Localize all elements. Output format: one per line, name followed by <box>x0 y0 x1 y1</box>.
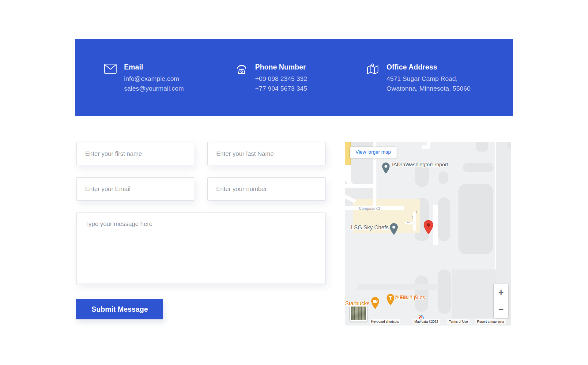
map-building <box>438 269 451 314</box>
email-input[interactable] <box>76 177 194 201</box>
street-label-compass-ct: Compass Ct <box>359 206 380 211</box>
arrow-left-icon: ← <box>406 219 411 224</box>
satellite-view-toggle[interactable] <box>350 305 367 322</box>
report-map-error-link[interactable]: Report a map error <box>476 319 506 324</box>
arrow-up-icon: ↑ <box>411 214 414 219</box>
phone-icon <box>236 63 248 77</box>
map-building <box>415 276 428 312</box>
email-line-2: sales@yourmail.com <box>124 84 184 93</box>
zoom-in-button[interactable]: + <box>494 284 508 301</box>
view-larger-map-button[interactable]: View larger map <box>350 147 397 158</box>
number-input[interactable] <box>207 177 326 201</box>
address-line-2: Owatonna, Minnesota, 55060 <box>386 84 470 93</box>
map-block <box>357 284 437 290</box>
submit-message-button[interactable]: Submit Message <box>76 299 163 319</box>
envelope-icon <box>104 63 117 76</box>
last-name-input[interactable] <box>207 142 326 165</box>
google-map-canvas[interactable]: → ↑ ↑ ← Compass Ct Signature Flight Supp… <box>345 142 511 325</box>
map-data-link[interactable]: Map data ©2022 <box>413 319 440 324</box>
map-building <box>463 163 494 172</box>
contact-page: Email info@example.com sales@yourmail.co… <box>0 0 588 365</box>
map-zoom-control: + − <box>494 284 508 318</box>
map-road <box>427 142 430 149</box>
map-building <box>458 184 493 254</box>
address-title: Office Address <box>386 62 470 72</box>
phone-line-1: +09 098 2345 332 <box>255 74 307 84</box>
message-textarea[interactable] <box>76 213 326 284</box>
email-title: Email <box>124 62 184 72</box>
map-block <box>452 269 496 318</box>
first-name-input[interactable] <box>76 142 194 165</box>
map-building <box>439 171 448 184</box>
map-building <box>438 197 450 241</box>
contact-info-banner: Email info@example.com sales@yourmail.co… <box>75 39 513 116</box>
map-road <box>422 145 427 149</box>
map-icon <box>366 63 379 77</box>
phone-line-2: +77 904 5673 345 <box>255 84 307 93</box>
email-line-1: info@example.com <box>124 74 184 84</box>
keyboard-shortcuts-link[interactable]: Keyboard shortcuts <box>370 319 400 324</box>
map-building <box>507 143 511 148</box>
zoom-out-button[interactable]: − <box>494 301 508 318</box>
contact-item-address: Office Address 4571 Sugar Camp Road, Owa… <box>366 62 470 93</box>
arrow-up-icon: ↑ <box>415 209 418 214</box>
phone-title: Phone Number <box>255 62 307 72</box>
map-road <box>433 205 438 245</box>
contact-item-phone: Phone Number +09 098 2345 332 +77 904 56… <box>236 62 307 93</box>
arrow-right-icon: → <box>363 183 368 187</box>
address-line-1: 4571 Sugar Camp Road, <box>386 74 470 84</box>
poi-label-lsg[interactable]: LSG Sky Chefs <box>351 224 389 231</box>
contact-item-email: Email info@example.com sales@yourmail.co… <box>104 62 184 93</box>
terms-of-use-link[interactable]: Terms of Use <box>447 319 469 324</box>
map-building <box>476 142 488 152</box>
